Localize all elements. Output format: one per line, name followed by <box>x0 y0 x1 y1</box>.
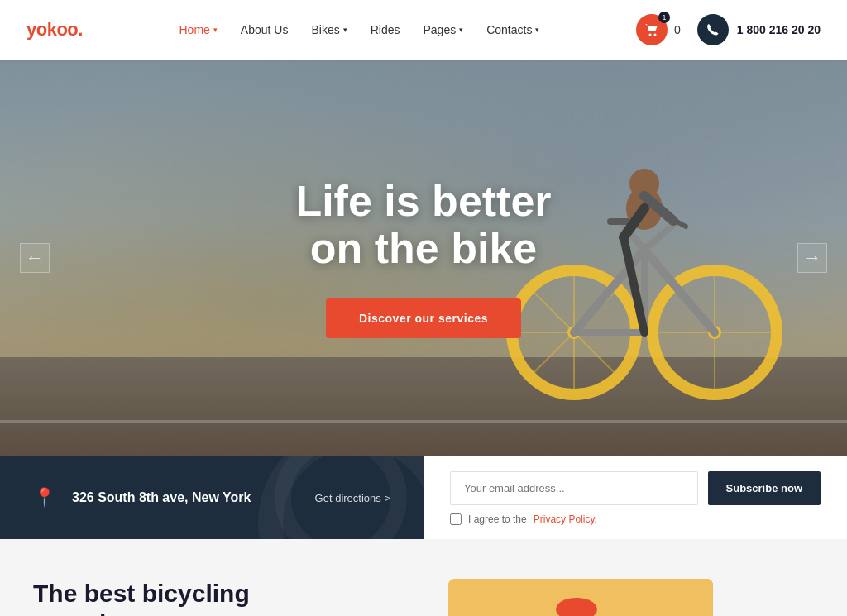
logo-dot: . <box>78 19 83 40</box>
nav-label-bikes: Bikes <box>311 23 339 36</box>
bottom-image-section <box>448 579 814 616</box>
chevron-down-icon: ▾ <box>213 26 218 34</box>
address-section: 📍 326 South 8th ave, New York Get direct… <box>0 456 424 539</box>
phone-svg <box>706 23 720 36</box>
phone-section: 1 800 216 20 20 <box>697 14 821 45</box>
hero-content: Life is better on the bike Discover our … <box>295 178 551 338</box>
hero-cta-button[interactable]: Discover our services <box>326 298 521 338</box>
privacy-policy-link[interactable]: Privacy Policy. <box>534 513 597 525</box>
subscribe-button[interactable]: Subscribe now <box>708 471 821 505</box>
phone-number[interactable]: 1 800 216 20 20 <box>737 23 821 36</box>
bottom-title: The best bicycling experience <box>33 579 399 616</box>
logo[interactable]: yokoo. <box>26 19 83 41</box>
nav-item-bikes[interactable]: Bikes ▾ <box>311 23 347 36</box>
location-pin-icon: 📍 <box>33 487 55 509</box>
cart-button[interactable]: 1 0 <box>636 14 681 45</box>
nav-label-pages: Pages <box>423 23 456 36</box>
email-input-row: Subscribe now <box>450 471 821 505</box>
chevron-down-icon: ▾ <box>459 26 463 34</box>
bottom-section: The best bicycling experience <box>0 539 847 616</box>
nav-item-rides[interactable]: Rides <box>371 23 400 36</box>
email-input[interactable] <box>450 471 698 505</box>
email-form: Subscribe now I agree to the Privacy Pol… <box>450 471 821 525</box>
svg-point-1 <box>653 34 656 36</box>
person-photo <box>448 579 713 616</box>
hero-title-line2: on the bike <box>310 224 537 272</box>
chevron-down-icon: ▾ <box>343 26 347 34</box>
svg-point-0 <box>648 34 651 36</box>
hero-prev-button[interactable]: ← <box>20 243 50 273</box>
cart-count: 0 <box>674 23 681 36</box>
bottom-text-section: The best bicycling experience <box>33 579 399 616</box>
info-bar: 📍 326 South 8th ave, New York Get direct… <box>0 456 847 539</box>
header-right: 1 0 1 800 216 20 20 <box>636 14 821 45</box>
hero-next-button[interactable]: → <box>797 243 827 273</box>
arrow-left-icon: ← <box>26 247 44 269</box>
hero-section: ← → Life is better on the bike Discover … <box>0 60 847 456</box>
svg-rect-29 <box>557 604 596 616</box>
privacy-row: I agree to the Privacy Policy. <box>450 513 821 525</box>
hero-title-line1: Life is better <box>295 177 551 225</box>
chevron-down-icon: ▾ <box>535 26 539 34</box>
bottom-title-line1: The best bicycling <box>33 580 250 607</box>
privacy-text: I agree to the <box>468 513 527 525</box>
nav-label-rides: Rides <box>371 23 400 36</box>
subscribe-section: Subscribe now I agree to the Privacy Pol… <box>424 456 847 539</box>
person-illustration <box>448 579 713 616</box>
logo-text: yokoo <box>26 19 78 40</box>
address-text: 326 South 8th ave, New York <box>72 490 251 505</box>
nav-item-home[interactable]: Home ▾ <box>179 23 217 36</box>
arrow-right-icon: → <box>803 247 821 269</box>
header: yokoo. Home ▾ About Us Bikes ▾ Rides Pag… <box>0 0 847 60</box>
privacy-checkbox[interactable] <box>450 513 462 525</box>
phone-icon <box>697 14 729 45</box>
cart-badge: 1 <box>658 12 670 23</box>
nav-item-pages[interactable]: Pages ▾ <box>423 23 463 36</box>
get-directions-link[interactable]: Get directions > <box>315 492 390 504</box>
bottom-title-line2: experience <box>33 609 163 616</box>
cart-icon-wrap: 1 <box>636 14 668 45</box>
main-nav: Home ▾ About Us Bikes ▾ Rides Pages ▾ Co… <box>179 23 539 36</box>
hero-title: Life is better on the bike <box>295 178 551 272</box>
nav-item-about[interactable]: About Us <box>241 23 289 36</box>
nav-item-contacts[interactable]: Contacts ▾ <box>486 23 539 36</box>
nav-label-contacts: Contacts <box>486 23 532 36</box>
cart-icon <box>644 23 659 36</box>
nav-label-about: About Us <box>241 23 289 36</box>
nav-label-home: Home <box>179 23 209 36</box>
